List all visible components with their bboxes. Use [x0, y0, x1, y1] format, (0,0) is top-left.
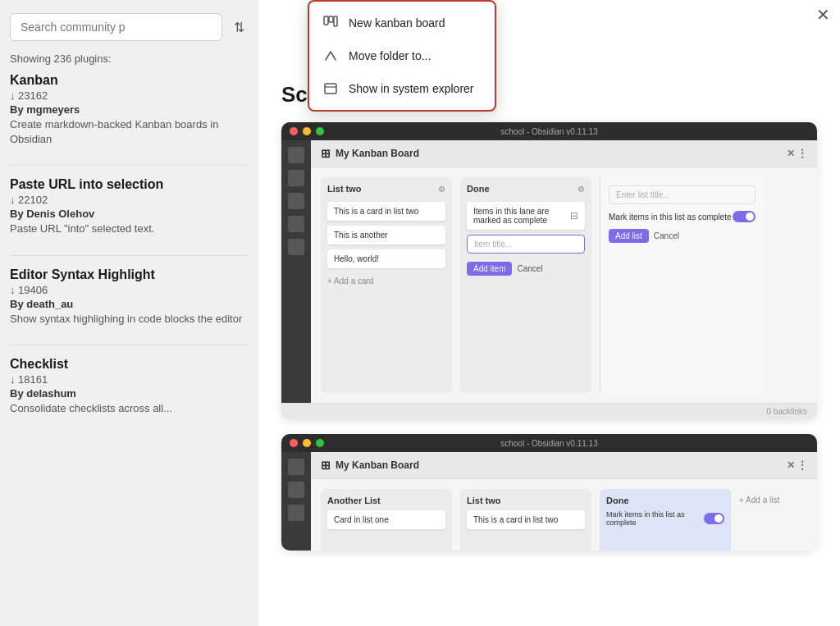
main-content: ✕ New kanban board Move folder to...	[258, 0, 840, 626]
kanban-card-done-desc: Items in this lane are marked as complet…	[467, 202, 585, 230]
svg-rect-3	[325, 84, 336, 94]
kanban-card: Hello, world!	[327, 249, 445, 268]
add-list-label: + Add a list	[739, 496, 779, 505]
plugin-downloads: ↓ 19406	[10, 284, 249, 296]
context-menu: New kanban board Move folder to... Show …	[308, 0, 496, 112]
search-input[interactable]	[10, 13, 222, 41]
col-header: List two ⚙	[327, 184, 445, 194]
context-menu-item-show-explorer[interactable]: Show in system explorer	[309, 72, 495, 105]
plugin-item-checklist[interactable]: Checklist ↓ 18161 By delashum Consolidat…	[10, 357, 249, 416]
panel-title-input: Enter list title...	[609, 185, 756, 204]
titlebar-dot-yellow	[303, 439, 311, 447]
plugin-downloads: ↓ 23162	[10, 89, 249, 102]
plugin-downloads: ↓ 22102	[10, 194, 249, 206]
plugin-name: Paste URL into selection	[10, 177, 249, 192]
plugin-author: By death_au	[10, 298, 249, 310]
move-folder-icon	[322, 48, 339, 64]
plugin-desc: Paste URL "into" selected text.	[10, 222, 249, 236]
col-title: Another List	[327, 496, 445, 505]
ss-icon	[288, 459, 304, 475]
done-desc-text: Items in this lane are marked as complet…	[473, 207, 567, 225]
add-item-button[interactable]: Add item	[467, 262, 512, 276]
screenshot-2: school - Obsidian v0.11.13 ⊞ My Kanban B…	[281, 434, 817, 551]
kanban-col-done: Done ⚙ Items in this lane are marked as …	[460, 177, 591, 393]
screenshot-footer-1: 0 backlinks	[281, 403, 817, 419]
col-title: Done	[606, 496, 724, 505]
move-folder-label: Move folder to...	[349, 49, 431, 62]
plugin-downloads: ↓ 18161	[10, 373, 249, 386]
search-bar-row: ⇅	[10, 13, 249, 41]
complete-toggle[interactable]	[733, 211, 756, 222]
context-menu-item-move-folder[interactable]: Move folder to...	[309, 39, 495, 72]
kanban-header: ⊞ My Kanban Board ✕ ⋮	[311, 140, 817, 167]
plugin-desc: Create markdown-backed Kanban boards in …	[10, 117, 249, 147]
titlebar-title: school - Obsidian v0.11.13	[500, 127, 597, 136]
plugin-author: By delashum	[10, 387, 249, 400]
divider	[10, 165, 249, 166]
col2-btn-row: Add item Cancel	[467, 262, 585, 276]
plugin-item-kanban[interactable]: Kanban ↓ 23162 By mgmeyers Create markdo…	[10, 73, 249, 147]
panel-btn-row: Add list Cancel	[609, 229, 756, 243]
plugin-name: Checklist	[10, 357, 249, 372]
plugin-item-paste-url[interactable]: Paste URL into selection ↓ 22102 By Deni…	[10, 177, 249, 236]
screenshot-content-1: ⊞ My Kanban Board ✕ ⋮ List two ⚙ This is…	[281, 140, 817, 403]
ss-icon	[288, 193, 304, 209]
col-title: Done	[467, 184, 490, 194]
kanban-header-2: ⊞ My Kanban Board ✕ ⋮	[311, 452, 817, 479]
col-title: List two	[467, 496, 585, 505]
plugin-name: Editor Syntax Highlight	[10, 267, 249, 282]
plugin-author: By mgmeyers	[10, 103, 249, 116]
screenshot-content-2: ⊞ My Kanban Board ✕ ⋮ Another List Card …	[281, 452, 817, 551]
col2-cancel-button[interactable]: Cancel	[517, 264, 542, 273]
ss-icon	[288, 482, 304, 498]
plugin-author: By Denis Olehov	[10, 208, 249, 220]
screenshot-titlebar-2: school - Obsidian v0.11.13	[281, 434, 817, 452]
ss-icon	[288, 505, 304, 521]
kanban-col-another: Another List Card in list one	[321, 489, 452, 551]
kanban-col-list-two-2: List two This is a card in list two	[460, 489, 591, 551]
ss-icon	[288, 147, 304, 163]
ss-icon	[288, 216, 304, 232]
plugin-desc: Consolidate checklists across all...	[10, 401, 249, 416]
kanban-board-title-2: My Kanban Board	[336, 459, 419, 471]
system-explorer-icon	[322, 80, 339, 97]
plugin-name: Kanban	[10, 73, 249, 88]
done-toggle[interactable]	[704, 513, 724, 524]
panel-complete-row: Mark items in this list as complete	[609, 211, 756, 222]
close-button[interactable]: ✕	[816, 7, 830, 23]
screenshot-titlebar-1: school - Obsidian v0.11.13	[281, 122, 817, 140]
kanban-col-done-2: Done Mark items in this list as complete	[600, 489, 731, 551]
context-menu-item-new-kanban[interactable]: New kanban board	[309, 7, 495, 39]
kanban-board-icon	[322, 15, 339, 31]
done-toggle-row: Mark items in this list as complete	[606, 510, 724, 527]
titlebar-dot-green	[316, 439, 324, 447]
panel-cancel-button[interactable]: Cancel	[654, 229, 679, 243]
kanban-card: This is a card in list two	[327, 202, 445, 221]
titlebar-dot-red	[290, 127, 298, 135]
kanban-right-panel: Enter list title... Mark items in this l…	[600, 177, 764, 393]
show-explorer-label: Show in system explorer	[349, 82, 474, 95]
titlebar-dot-green	[316, 127, 324, 135]
plugin-sidebar: ⇅ Showing 236 plugins: Kanban ↓ 23162 By…	[0, 0, 258, 626]
screenshot-app-sidebar	[281, 140, 311, 403]
screenshot-main-area: ⊞ My Kanban Board ✕ ⋮ List two ⚙ This is…	[311, 140, 817, 403]
add-list-col: + Add a list	[739, 489, 779, 541]
screenshot-main-area-2: ⊞ My Kanban Board ✕ ⋮ Another List Card …	[311, 452, 817, 551]
add-list-button[interactable]: Add list	[609, 229, 649, 243]
col-title: List two	[327, 184, 362, 194]
new-kanban-label: New kanban board	[349, 16, 445, 30]
kanban-col-list-two: List two ⚙ This is a card in list two Th…	[321, 177, 452, 393]
col-header: Done ⚙	[467, 184, 585, 194]
plugin-desc: Show syntax highlighing in code blocks t…	[10, 312, 249, 327]
divider	[10, 255, 249, 256]
sort-icon[interactable]: ⇅	[229, 17, 249, 37]
panel-complete-label: Mark items in this list as complete	[609, 212, 732, 222]
done-label: Mark items in this list as complete	[606, 510, 704, 527]
ss-icon	[288, 170, 304, 186]
showing-count: Showing 236 plugins:	[10, 53, 249, 65]
add-item-input: Item title...	[467, 235, 585, 254]
kanban-card: This is a card in list two	[467, 510, 585, 529]
kanban-board-title: My Kanban Board	[336, 148, 419, 159]
ss-icon	[288, 239, 304, 255]
plugin-item-syntax[interactable]: Editor Syntax Highlight ↓ 19406 By death…	[10, 267, 249, 327]
